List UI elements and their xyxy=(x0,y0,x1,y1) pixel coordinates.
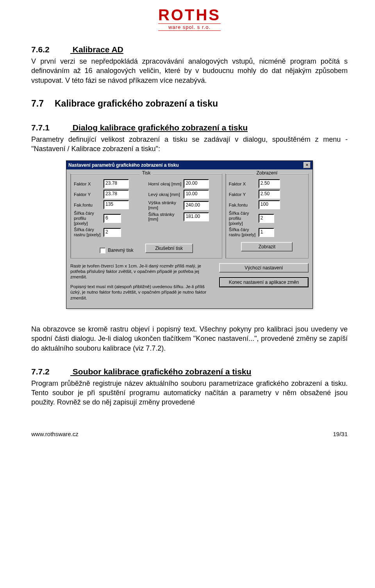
input-tisk-fak-fontu[interactable]: 135 xyxy=(104,200,129,209)
dialog-titlebar: Nastavení parametrů grafického zobrazení… xyxy=(66,161,312,169)
input-zobr-sirka-rastru[interactable]: 1 xyxy=(259,228,274,237)
logo-main: ROTHS xyxy=(158,8,221,22)
label-faktor-y: Faktor Y xyxy=(74,192,101,197)
heading-number: 7.7.1 xyxy=(31,123,70,132)
input-zobr-fak-fontu[interactable]: 100 xyxy=(259,200,280,209)
group-zobrazeni: Zobrazení Faktor X 2.50 Faktor Y 2.50 Fa… xyxy=(225,173,309,258)
label-faktor-x: Faktor X xyxy=(74,182,101,187)
button-vychozi-nastaveni[interactable]: Výchozí nastavení xyxy=(219,263,309,273)
heading-title: Soubor kalibrace grafického zobrazení a … xyxy=(73,367,251,376)
label-sirka-profilu: Šířka čáry profilu [pixely] xyxy=(74,211,101,226)
header-logo: ROTHS ware spol. s r.o. xyxy=(31,8,348,31)
heading-7-7-1: 7.7.1 Dialog kalibrace grafického zobraz… xyxy=(31,123,348,132)
dialog-window: Nastavení parametrů grafického zobrazení… xyxy=(66,160,313,308)
note-font: Popisný text musí mít (alespoň přibližně… xyxy=(70,284,214,301)
label-sirka-rastru: Šířka čáry rastru [pixely] xyxy=(229,227,256,237)
label-horni-okraj: Horní okraj [mm] xyxy=(148,182,181,187)
input-horni-okraj[interactable]: 20.00 xyxy=(184,179,209,188)
footer-page-number: 19/31 xyxy=(333,431,348,437)
input-sirka-stranky[interactable]: 181.00 xyxy=(184,212,209,221)
label-sirka-stranky: Šířka stránky [mm] xyxy=(148,212,181,222)
input-zobr-faktor-y[interactable]: 2.50 xyxy=(259,190,280,199)
input-levy-okraj[interactable]: 10.00 xyxy=(184,190,209,199)
dialog-notes: Rastr je tvořen čtverci 1cm x 1cm. Je-li… xyxy=(70,263,214,305)
input-vyska-stranky[interactable]: 240.00 xyxy=(184,201,209,210)
label-levy-okraj: Levý okraj [mm] xyxy=(148,192,181,197)
heading-7-7-2: 7.7.2 Soubor kalibrace grafického zobraz… xyxy=(31,367,348,376)
heading-number: 7.7 xyxy=(31,98,55,109)
input-zobr-faktor-x[interactable]: 2.50 xyxy=(259,179,280,188)
input-zobr-sirka-profilu[interactable]: 2 xyxy=(259,214,274,223)
label-vyska-stranky: Výška stránky [mm] xyxy=(148,200,181,210)
input-tisk-sirka-profilu[interactable]: 6 xyxy=(104,214,121,223)
button-zkusebni-tisk[interactable]: Zkušební tisk xyxy=(145,244,193,253)
label-fak-fontu: Fak.fontu xyxy=(74,203,101,208)
heading-title: Dialog kalibrace grafického zobrazení a … xyxy=(73,123,248,132)
para-after-dialog: Na obrazovce se kromě rastru objeví i po… xyxy=(31,324,348,353)
group-legend: Tisk xyxy=(140,170,153,176)
heading-7-6-2: 7.6.2 Kalibrace AD xyxy=(31,45,348,54)
heading-number: 7.7.2 xyxy=(31,367,70,376)
label-faktor-x: Faktor X xyxy=(229,182,256,187)
heading-number: 7.6.2 xyxy=(31,45,70,54)
checkbox-barevny-tisk[interactable] xyxy=(100,248,105,253)
label-barevny-tisk: Barevný tisk xyxy=(108,248,133,253)
input-tisk-sirka-rastru[interactable]: 2 xyxy=(104,228,121,237)
button-zobrazit[interactable]: Zobrazit xyxy=(241,242,293,251)
note-rastr: Rastr je tvořen čtverci 1cm x 1cm. Je-li… xyxy=(70,263,214,280)
group-tisk: Tisk Faktor X 23.78 Faktor Y 23.78 xyxy=(70,173,222,258)
heading-7-7: 7.7Kalibrace grafického zobrazení a tisk… xyxy=(31,98,348,109)
heading-title: Kalibrace grafického zobrazení a tisku xyxy=(55,98,218,109)
group-legend: Zobrazení xyxy=(254,170,280,176)
button-konec-nastaveni[interactable]: Konec nastavení a aplikace změn xyxy=(219,277,309,287)
label-fak-fontu: Fak.fontu xyxy=(229,203,256,208)
dialog-title-text: Nastavení parametrů grafického zobrazení… xyxy=(68,162,179,168)
heading-title: Kalibrace AD xyxy=(73,45,123,54)
para-7-7-1: Parametry definující velikost zobrazení … xyxy=(31,135,348,154)
para-7-7-2: Program průběžně registruje název aktuál… xyxy=(31,379,348,407)
input-tisk-faktor-y[interactable]: 23.78 xyxy=(104,190,129,199)
label-faktor-y: Faktor Y xyxy=(229,192,256,197)
close-icon[interactable]: × xyxy=(304,162,311,168)
footer-url: www.rothsware.cz xyxy=(31,431,79,437)
page-footer: www.rothsware.cz 19/31 xyxy=(31,431,348,437)
logo-sub: ware spol. s r.o. xyxy=(158,23,221,31)
label-sirka-profilu: Šířka čáry profilu [pixely] xyxy=(229,211,256,226)
label-sirka-rastru: Šířka čáry rastru [pixely] xyxy=(74,227,101,237)
input-tisk-faktor-x[interactable]: 23.78 xyxy=(104,179,129,188)
para-7-6-2: V první verzi se nepředpokládá zpracováv… xyxy=(31,57,348,85)
